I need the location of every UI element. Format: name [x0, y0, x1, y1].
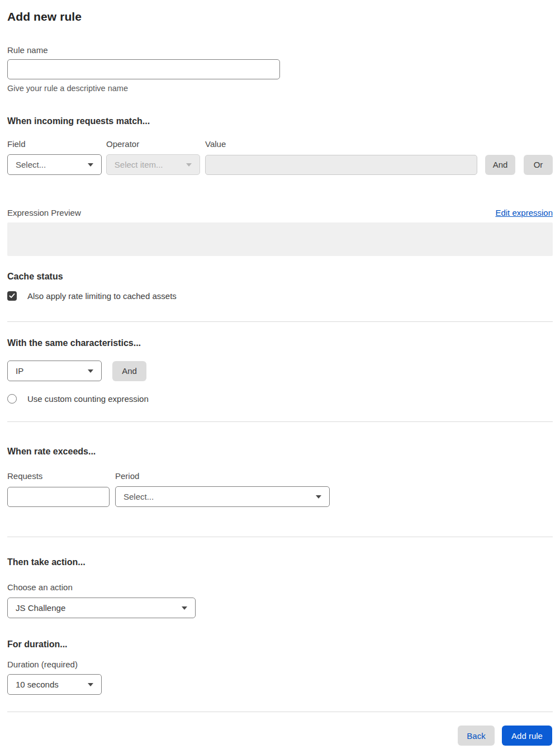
chevron-down-icon [186, 163, 192, 167]
chevron-down-icon [88, 163, 93, 167]
match-section-heading: When incoming requests match... [7, 116, 553, 126]
duration-select-value: 10 seconds [16, 680, 59, 689]
add-rule-form: Add new rule Rule name Give your rule a … [0, 0, 560, 749]
cache-checkbox-label: Also apply rate limiting to cached asset… [27, 291, 177, 301]
edit-expression-link[interactable]: Edit expression [495, 208, 553, 217]
rate-section-heading: When rate exceeds... [7, 447, 553, 457]
duration-section-heading: For duration... [7, 639, 553, 650]
rule-name-help: Give your rule a descriptive name [7, 84, 553, 93]
page-title: Add new rule [7, 10, 553, 23]
chevron-down-icon [316, 495, 321, 499]
footer-actions: Back Add rule [7, 726, 553, 746]
characteristic-and-button[interactable]: And [112, 361, 146, 381]
chevron-down-icon [88, 683, 93, 686]
match-controls-row: Select... Select item... And Or [7, 154, 553, 175]
operator-label: Operator [106, 139, 205, 149]
custom-expression-row: Use custom counting expression [7, 394, 553, 404]
action-select[interactable]: JS Challenge [7, 598, 196, 618]
period-select[interactable]: Select... [115, 486, 330, 507]
section-divider [7, 537, 553, 537]
expression-preview-header: Expression Preview Edit expression [7, 208, 553, 217]
action-section-heading: Then take action... [7, 557, 553, 567]
custom-expression-checkbox[interactable] [7, 394, 17, 404]
duration-label: Duration (required) [7, 660, 553, 669]
operator-select: Select item... [106, 154, 200, 175]
value-input [205, 155, 477, 175]
rate-controls-row: Select... [7, 486, 553, 507]
cache-checkbox[interactable] [7, 291, 17, 301]
action-select-value: JS Challenge [16, 603, 65, 613]
period-select-value: Select... [124, 492, 154, 501]
back-button[interactable]: Back [458, 726, 495, 746]
characteristic-select-value: IP [16, 366, 23, 376]
requests-input[interactable] [7, 487, 110, 507]
characteristics-row: IP And [7, 361, 553, 381]
section-divider [7, 421, 553, 422]
cache-section-heading: Cache status [7, 272, 553, 282]
rate-labels-row: Requests Period [7, 471, 553, 481]
duration-select[interactable]: 10 seconds [7, 674, 102, 695]
and-button[interactable]: And [485, 155, 515, 175]
characteristics-section-heading: With the same characteristics... [7, 338, 553, 348]
rule-name-input[interactable] [7, 59, 280, 79]
chevron-down-icon [88, 369, 93, 373]
custom-expression-label: Use custom counting expression [27, 394, 149, 404]
match-labels-row: Field Operator Value [7, 139, 553, 149]
footer-divider [7, 712, 553, 712]
chevron-down-icon [182, 606, 187, 610]
choose-action-label: Choose an action [7, 582, 553, 592]
expression-preview-box [7, 222, 553, 256]
characteristic-select[interactable]: IP [7, 361, 102, 381]
check-icon [9, 293, 15, 298]
requests-label: Requests [7, 471, 115, 481]
expression-preview-label: Expression Preview [7, 208, 81, 217]
period-label: Period [115, 471, 139, 481]
add-rule-button[interactable]: Add rule [502, 726, 552, 746]
operator-select-value: Select item... [115, 160, 163, 169]
cache-checkbox-row: Also apply rate limiting to cached asset… [7, 291, 553, 301]
value-label: Value [205, 139, 226, 149]
section-divider [7, 321, 553, 322]
field-select[interactable]: Select... [7, 154, 102, 175]
field-label: Field [7, 139, 106, 149]
field-select-value: Select... [16, 160, 46, 169]
or-button[interactable]: Or [524, 155, 553, 175]
rule-name-label: Rule name [7, 45, 553, 55]
